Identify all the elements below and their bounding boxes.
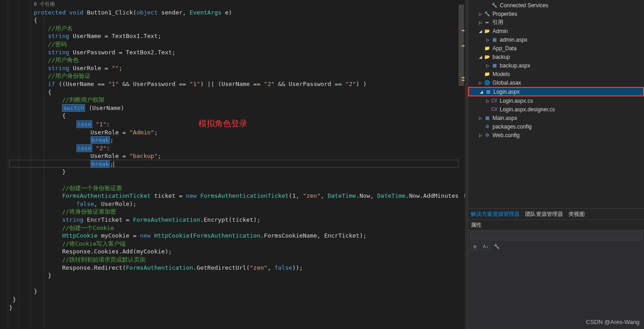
config-file-icon: ⚙ [483, 132, 491, 139]
tree-item-label: backup [492, 54, 510, 60]
references-icon: ▪▪ [483, 19, 491, 26]
aspx-file-icon: ▦ [491, 62, 498, 69]
cs-file-icon: C# [491, 97, 498, 105]
tree-item-label: packages.config [492, 124, 532, 130]
tree-item[interactable]: ▷⚙Web.config [468, 131, 644, 139]
tree-item[interactable]: ▷🔧Properties [468, 10, 644, 18]
tree-item-label: admin.aspx [500, 37, 527, 43]
tree-item-label: Admin [492, 28, 508, 34]
tool-window-tabs[interactable]: 解决方案资源管理器 团队资源管理器 类视图 [468, 208, 644, 220]
tree-item-label: Login.aspx.cs [500, 98, 533, 104]
tree-item[interactable]: ◢📂backup [468, 52, 644, 61]
tree-item[interactable]: ▷C#Login.aspx.designer.cs [468, 105, 644, 114]
expand-icon[interactable]: ◢ [478, 29, 483, 33]
tree-item-label: Models [492, 71, 510, 77]
code-content[interactable]: 0 个引用 protected void Button1_Click(objec… [0, 0, 465, 329]
expand-icon[interactable]: ◢ [478, 55, 483, 59]
tree-item[interactable]: ▷▦admin.aspx [468, 35, 644, 44]
scrollbar-marker [462, 77, 464, 78]
tree-item[interactable]: ▷▦Main.aspx [468, 114, 644, 122]
expand-icon[interactable]: ▷ [485, 63, 490, 68]
tree-item[interactable]: ▷📁App_Data [468, 44, 644, 52]
expand-icon[interactable]: ▷ [485, 99, 490, 103]
alphabetical-button[interactable]: A↓ [482, 242, 490, 250]
tree-item-label: App_Data [492, 45, 516, 52]
aspx-file-icon: ▦ [484, 88, 492, 95]
properties-title: 属性 [468, 220, 644, 230]
wrench-icon: 🔧 [491, 2, 498, 9]
folder-open-icon: 📂 [483, 28, 491, 35]
scrollbar-marker [462, 80, 464, 81]
expand-icon[interactable]: ▷ [478, 81, 483, 85]
tree-item[interactable]: ▷🔧Connected Services [468, 1, 644, 10]
watermark: CSDN @Ares-Wang [586, 319, 639, 325]
cs-file-icon: C# [491, 106, 498, 113]
global-file-icon: 🌐 [483, 79, 491, 86]
scrollbar-track[interactable] [459, 0, 464, 329]
tree-item-label: 引用 [492, 19, 503, 26]
expand-icon[interactable]: ▷ [485, 38, 490, 42]
tree-item-label: Main.aspx [492, 115, 517, 121]
aspx-file-icon: ▦ [483, 114, 491, 122]
tree-item[interactable]: ▷📁Models [468, 70, 644, 78]
tree-item-label: backup.aspx [500, 62, 530, 69]
folder-icon: 📁 [483, 45, 491, 52]
expand-icon[interactable]: ▷ [478, 116, 483, 120]
categorized-button[interactable]: ▤ [471, 242, 479, 250]
folder-open-icon: 📂 [483, 53, 491, 61]
references-label[interactable]: 0 个引用 [34, 1, 55, 7]
tab-class-view[interactable]: 类视图 [568, 210, 585, 218]
expand-icon[interactable]: ▷ [478, 133, 483, 138]
properties-toolbar: ▤ A↓ 🔧 [468, 240, 644, 252]
tree-item-label: Properties [492, 11, 517, 17]
properties-panel: 属性 ▤ A↓ 🔧 [468, 220, 644, 329]
wrench-icon: 🔧 [483, 10, 491, 18]
wrench-icon[interactable]: 🔧 [492, 242, 501, 250]
tree-item-label: Global.asax [492, 80, 521, 86]
tree-item-label: Connected Services [500, 2, 548, 9]
tree-item[interactable]: ◢▦Login.aspx [468, 87, 644, 96]
tab-solution-explorer[interactable]: 解决方案资源管理器 [471, 210, 520, 218]
scrollbar-marker [462, 45, 464, 47]
expand-icon[interactable]: ▷ [478, 12, 483, 16]
config-file-icon: ⚙ [483, 123, 491, 130]
tree-item[interactable]: ▷▪▪引用 [468, 18, 644, 27]
tree-item[interactable]: ▷C#Login.aspx.cs [468, 96, 644, 105]
tree-item[interactable]: ▷▦backup.aspx [468, 61, 644, 70]
tree-item-label: Web.config [492, 132, 520, 138]
tree-item[interactable]: ▷⚙packages.config [468, 122, 644, 131]
tree-item-label: Login.aspx.designer.cs [500, 106, 555, 113]
expand-icon[interactable]: ◢ [479, 90, 483, 94]
aspx-file-icon: ▦ [491, 36, 498, 43]
scrollbar-marker [462, 30, 464, 31]
tree-item[interactable]: ◢📂Admin [468, 27, 644, 35]
folder-icon: 📁 [483, 71, 491, 78]
annotation-label: 模拟角色登录 [199, 119, 247, 128]
expand-icon[interactable]: ▷ [478, 20, 483, 25]
properties-object-dropdown[interactable] [470, 231, 642, 240]
tab-team-explorer[interactable]: 团队资源管理器 [525, 210, 563, 218]
right-panel: ▷🔧Connected Services▷🔧Properties▷▪▪引用◢📂A… [468, 0, 644, 329]
tree-item[interactable]: ▷🌐Global.asax [468, 78, 644, 87]
tree-item-label: Login.aspx [493, 89, 520, 95]
solution-explorer-tree[interactable]: ▷🔧Connected Services▷🔧Properties▷▪▪引用◢📂A… [468, 0, 644, 208]
code-editor[interactable]: 0 个引用 protected void Button1_Click(objec… [0, 0, 465, 329]
